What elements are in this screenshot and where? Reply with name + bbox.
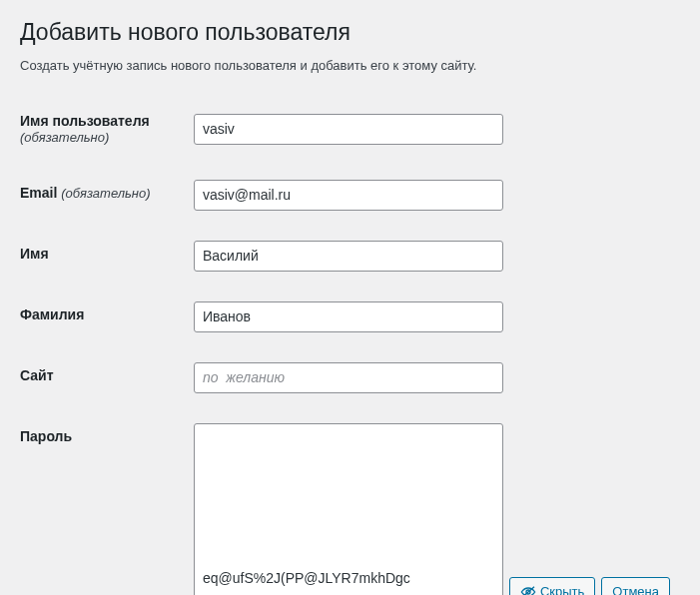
username-required: (обязательно) — [20, 130, 109, 145]
firstname-label: Имя — [20, 246, 49, 262]
password-label: Пароль — [20, 428, 72, 444]
username-input[interactable] — [194, 114, 503, 145]
lastname-input[interactable] — [194, 301, 503, 332]
firstname-input[interactable] — [194, 241, 503, 272]
email-label: Email — [20, 185, 57, 201]
lastname-label: Фамилия — [20, 306, 84, 322]
hide-password-button[interactable]: Скрыть — [509, 577, 595, 595]
password-input[interactable] — [194, 423, 503, 595]
eye-slash-icon — [520, 585, 536, 595]
email-required: (обязательно) — [61, 186, 150, 201]
cancel-password-button[interactable]: Отмена — [601, 577, 670, 595]
cancel-password-label: Отмена — [612, 582, 659, 595]
hide-password-label: Скрыть — [540, 582, 584, 595]
email-input[interactable] — [194, 180, 503, 211]
page-subtitle: Создать учётную запись нового пользовате… — [20, 58, 680, 73]
site-input[interactable] — [194, 362, 503, 393]
site-label: Сайт — [20, 367, 54, 383]
username-label: Имя пользователя — [20, 113, 150, 129]
add-user-form: Имя пользователя (обязательно) Email (об… — [20, 93, 680, 595]
page-title: Добавить нового пользователя — [20, 10, 680, 50]
